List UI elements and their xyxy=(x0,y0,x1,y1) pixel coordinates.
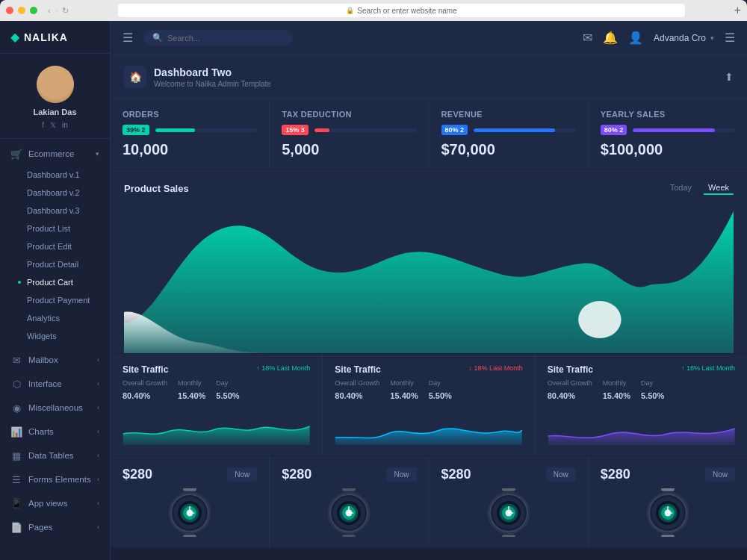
product-price-row-2: $280 Now xyxy=(282,467,416,482)
browser-refresh-icon[interactable]: ↻ xyxy=(62,6,69,16)
svg-rect-11 xyxy=(342,488,356,491)
traffic-card-2: Site Traffic Overall Growth 80.40% Month… xyxy=(323,354,534,455)
mini-chart-svg-2 xyxy=(335,408,522,445)
product-price-4: $280 xyxy=(601,467,630,482)
mini-chart-2 xyxy=(335,408,522,445)
traffic-title-block-1: Site Traffic Overall Growth 80.40% Month… xyxy=(123,364,240,402)
traffic-cols-3: Overall Growth 80.40% Monthly 15.40% Day… xyxy=(548,379,665,402)
stat-value-tax: 5,000 xyxy=(282,141,416,158)
traffic-col-growth-2: Overall Growth 80.40% xyxy=(335,379,379,402)
traffic-growth-value-1: 80.40% xyxy=(123,391,150,400)
watch-svg-3 xyxy=(479,488,539,537)
linkedin-icon[interactable]: in xyxy=(62,121,68,129)
browser-dot-green[interactable] xyxy=(30,7,37,14)
app-container: ◆NALIKA Lakian Das f 𝕏 in 🛒 Ecommerce ▾ … xyxy=(0,21,747,560)
product-now-btn-2[interactable]: Now xyxy=(386,467,416,482)
search-input[interactable] xyxy=(167,34,272,43)
right-section: ☰ 🔍 ✉ 🔔 👤 Advanda Cro ▾ ☰ 🏠 xyxy=(111,21,747,560)
traffic-header-2: Site Traffic Overall Growth 80.40% Month… xyxy=(335,364,522,402)
share-icon[interactable]: ⬆ xyxy=(725,71,734,83)
chart-tab-week[interactable]: Week xyxy=(704,181,734,195)
browser-url-bar[interactable]: 🔒 Search or enter website name xyxy=(118,4,684,17)
sidebar-item-product-payment[interactable]: Product Payment xyxy=(0,291,110,309)
browser-dot-yellow[interactable] xyxy=(18,7,25,14)
mini-chart-svg-3 xyxy=(548,408,735,445)
product-now-btn-1[interactable]: Now xyxy=(227,467,257,482)
sidebar-item-product-list[interactable]: Product List xyxy=(0,220,110,237)
browser-forward-icon[interactable]: › xyxy=(55,6,58,15)
traffic-monthly-label-1: Monthly xyxy=(178,379,205,387)
chart-green-fill xyxy=(124,211,734,353)
stat-fill-yearly xyxy=(633,128,714,132)
home-icon: 🏠 xyxy=(124,66,146,88)
traffic-day-value-1: 5.50% xyxy=(216,391,239,400)
sidebar-item-app-views[interactable]: 📱 App views ‹ xyxy=(0,491,110,515)
sidebar-item-ecommerce[interactable]: 🛒 Ecommerce ▾ xyxy=(0,142,110,166)
svg-rect-22 xyxy=(502,488,515,491)
sidebar-item-data-tables[interactable]: ▦ Data Tables ‹ xyxy=(0,444,110,467)
menu-toggle-icon[interactable]: ☰ xyxy=(123,31,133,45)
search-bar[interactable]: 🔍 xyxy=(143,30,293,46)
mini-chart-1 xyxy=(123,408,310,445)
stat-value-revenue: $70,000 xyxy=(441,141,576,158)
sidebar-item-widgets[interactable]: Widgets xyxy=(0,327,110,345)
traffic-row: Site Traffic Overall Growth 80.40% Month… xyxy=(111,354,747,455)
sidebar-item-charts[interactable]: 📊 Charts ‹ xyxy=(0,420,110,444)
sidebar-item-dashboard-v3[interactable]: Dashboard v.3 xyxy=(0,202,110,220)
traffic-day-label-3: Day xyxy=(641,379,664,387)
product-img-4 xyxy=(601,488,735,537)
dashboard-title: Dashboard Two xyxy=(154,66,271,78)
interface-icon: ⬡ xyxy=(10,378,22,390)
facebook-icon[interactable]: f xyxy=(42,121,44,129)
svg-rect-33 xyxy=(661,488,675,491)
mini-chart-svg-1 xyxy=(123,408,310,445)
product-img-1 xyxy=(123,488,257,537)
browser-add-tab[interactable]: + xyxy=(734,4,741,17)
bell-icon[interactable]: 🔔 xyxy=(603,31,618,45)
product-row: $280 Now xyxy=(111,456,747,547)
stat-progress-bar-tax xyxy=(314,128,417,132)
traffic-growth-value-3: 80.40% xyxy=(548,391,575,400)
traffic-badge-3: ↑ 18% Last Month xyxy=(681,364,735,372)
sidebar-item-analytics[interactable]: Analytics xyxy=(0,309,110,327)
twitter-icon[interactable]: 𝕏 xyxy=(50,121,56,129)
sidebar-item-forms[interactable]: ☰ Forms Elements ‹ xyxy=(0,467,110,491)
app-views-icon: 📱 xyxy=(10,497,22,509)
email-icon[interactable]: ✉ xyxy=(583,31,592,45)
hamburger-icon[interactable]: ☰ xyxy=(725,31,735,45)
chart-tab-today[interactable]: Today xyxy=(666,181,696,195)
traffic-col-monthly-1: Monthly 15.40% xyxy=(178,379,205,402)
product-card-2: $280 Now xyxy=(270,456,428,547)
traffic-growth-label-3: Overall Growth xyxy=(548,379,592,387)
stat-progress-bar-revenue xyxy=(474,128,576,132)
product-price-row-1: $280 Now xyxy=(123,467,257,482)
sidebar-item-interface[interactable]: ⬡ Interface ‹ xyxy=(0,372,110,396)
sidebar-item-product-cart[interactable]: Product Cart xyxy=(0,273,110,291)
sidebar-item-product-edit[interactable]: Product Edit xyxy=(0,237,110,255)
traffic-title-1: Site Traffic xyxy=(123,364,240,375)
product-now-btn-4[interactable]: Now xyxy=(705,467,735,482)
stat-label-revenue: Revenue xyxy=(441,110,576,119)
traffic-col-growth-1: Overall Growth 80.40% xyxy=(123,379,167,402)
user-icon[interactable]: 👤 xyxy=(628,31,643,45)
product-now-btn-3[interactable]: Now xyxy=(546,467,576,482)
sidebar-item-dashboard-v1[interactable]: Dashboard v.1 xyxy=(0,166,110,184)
product-price-3: $280 xyxy=(441,467,471,482)
browser-back-icon[interactable]: ‹ xyxy=(48,6,51,15)
product-price-1: $280 xyxy=(123,467,152,482)
sidebar-item-mailbox[interactable]: ✉ Mailbox ‹ xyxy=(0,348,110,372)
traffic-monthly-label-3: Monthly xyxy=(603,379,630,387)
chart-section: Product Sales Today Week xyxy=(111,169,747,353)
forms-icon: ☰ xyxy=(10,473,22,485)
sidebar-item-pages[interactable]: 📄 Pages ‹ xyxy=(0,515,110,539)
traffic-day-label-1: Day xyxy=(216,379,239,387)
user-dropdown[interactable]: Advanda Cro ▾ xyxy=(654,33,714,43)
sidebar-item-miscellaneous[interactable]: ◉ Miscellaneous ‹ xyxy=(0,396,110,420)
stat-card-tax: Tax Deduction 15% 3 5,000 xyxy=(270,99,428,169)
sidebar-item-product-detail[interactable]: Product Detail xyxy=(0,255,110,273)
sidebar-item-dashboard-v2[interactable]: Dashboard v.2 xyxy=(0,184,110,202)
stat-badge-yearly: 80% 2 xyxy=(601,125,627,135)
traffic-badge-1: ↑ 18% Last Month xyxy=(256,364,310,372)
browser-dot-red[interactable] xyxy=(6,7,13,14)
chart-container xyxy=(124,204,734,353)
